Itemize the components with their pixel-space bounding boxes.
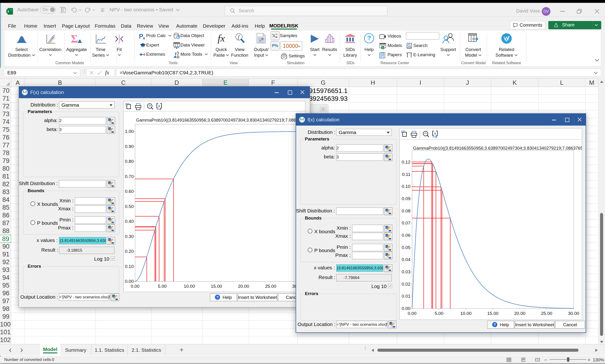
svg-text:GammaProb10({3.81491663550956;: GammaProb10({3.81491663550956;3.63897002… (136, 117, 305, 122)
svg-text:0.80: 0.80 (125, 159, 134, 164)
svg-text:20.00: 20.00 (238, 284, 249, 289)
svg-text:0.50: 0.50 (125, 204, 134, 209)
svg-text:0.06: 0.06 (402, 233, 410, 238)
svg-text:0.10: 0.10 (125, 264, 134, 269)
svg-text:0.90: 0.90 (125, 144, 134, 149)
svg-text:0.09: 0.09 (402, 196, 410, 201)
svg-text:20.00: 20.00 (514, 311, 526, 316)
svg-text:0.70: 0.70 (125, 174, 134, 179)
svg-text:0.11: 0.11 (402, 172, 410, 177)
svg-text:0.03: 0.03 (402, 269, 410, 274)
svg-text:x: x (143, 36, 145, 39)
svg-text:0.02: 0.02 (402, 282, 410, 286)
svg-text:15.00: 15.00 (211, 284, 222, 289)
svg-text:0.00: 0.00 (131, 284, 140, 289)
svg-text:X: X (7, 10, 10, 13)
svg-text:0.08: 0.08 (402, 208, 410, 213)
svg-text:x: x (158, 104, 160, 108)
svg-text:0.00: 0.00 (125, 279, 134, 284)
svg-text:0.10: 0.10 (402, 184, 410, 189)
svg-text:0.60: 0.60 (125, 189, 134, 194)
svg-text:10.00: 10.00 (460, 311, 472, 316)
svg-text:5.00: 5.00 (158, 284, 167, 289)
svg-text:GammaProb10({3.81491663550956;: GammaProb10({3.81491663550956;3.63897002… (413, 146, 582, 151)
svg-text:5.00: 5.00 (435, 311, 444, 316)
svg-text:?: ? (217, 295, 219, 299)
svg-text:0.30: 0.30 (125, 234, 134, 239)
svg-text:f: f (238, 34, 240, 40)
svg-text:0.00: 0.00 (402, 306, 410, 311)
svg-text:?: ? (367, 35, 371, 41)
svg-text:0.12: 0.12 (402, 160, 410, 165)
svg-text:1.00: 1.00 (125, 129, 134, 134)
svg-text:0.04: 0.04 (402, 257, 410, 262)
svg-text:0.40: 0.40 (125, 219, 134, 224)
svg-text:x: x (382, 46, 384, 49)
svg-text:30.00: 30.00 (568, 311, 579, 316)
svg-text:0.07: 0.07 (402, 221, 410, 225)
svg-text:15.00: 15.00 (487, 311, 499, 316)
svg-text:0.20: 0.20 (125, 249, 134, 254)
svg-text:Σ: Σ (71, 34, 78, 44)
svg-text:x: x (434, 131, 436, 135)
svg-text:10.00: 10.00 (184, 284, 195, 289)
svg-text:25.00: 25.00 (265, 284, 276, 289)
svg-text:0.05: 0.05 (402, 245, 410, 250)
svg-text:25.00: 25.00 (541, 311, 552, 316)
svg-text:P: P (139, 33, 143, 39)
svg-text:0.00: 0.00 (408, 311, 417, 316)
svg-text:?: ? (494, 323, 496, 326)
svg-text:0.01: 0.01 (402, 294, 410, 299)
